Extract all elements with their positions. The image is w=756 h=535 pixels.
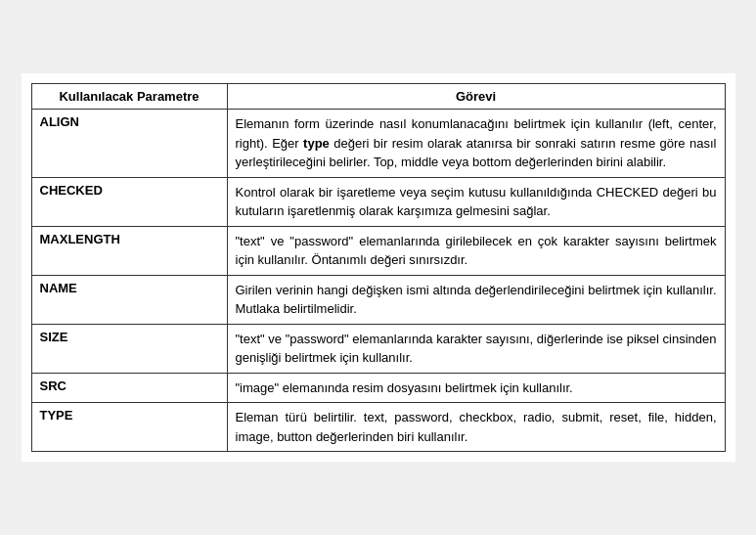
param-cell: NAME	[31, 275, 227, 324]
main-container: Kullanılacak Parametre Görevi ALIGNElema…	[22, 73, 735, 462]
table-row: SIZE"text" ve "password" elemanlarında k…	[31, 324, 725, 373]
table-row: TYPEEleman türü belirtilir. text, passwo…	[31, 403, 725, 452]
desc-cell: "text" ve "password" elemanlarında karak…	[227, 324, 725, 373]
desc-cell: Elemanın form üzerinde nasıl konumlanaca…	[227, 110, 725, 178]
desc-cell: "image" elemanında resim dosyasını belir…	[227, 373, 725, 403]
param-cell: MAXLENGTH	[31, 226, 227, 275]
table-row: CHECKEDKontrol olarak bir işaretleme vey…	[31, 177, 725, 226]
param-cell: CHECKED	[31, 177, 227, 226]
table-row: MAXLENGTH"text" ve "password" elemanları…	[31, 226, 725, 275]
param-cell: SIZE	[31, 324, 227, 373]
param-cell: SRC	[31, 373, 227, 403]
desc-cell: "text" ve "password" elemanlarında giril…	[227, 226, 725, 275]
table-row: NAMEGirilen verinin hangi değişken ismi …	[31, 275, 725, 324]
table-row: SRC"image" elemanında resim dosyasını be…	[31, 373, 725, 403]
col-header-param: Kullanılacak Parametre	[31, 84, 227, 110]
col-header-gorevi: Görevi	[227, 84, 725, 110]
desc-cell: Kontrol olarak bir işaretleme veya seçim…	[227, 177, 725, 226]
parameters-table: Kullanılacak Parametre Görevi ALIGNElema…	[31, 83, 726, 452]
desc-cell: Girilen verinin hangi değişken ismi altı…	[227, 275, 725, 324]
table-row: ALIGNElemanın form üzerinde nasıl konuml…	[31, 110, 725, 178]
param-cell: TYPE	[31, 403, 227, 452]
desc-cell: Eleman türü belirtilir. text, password, …	[227, 403, 725, 452]
param-cell: ALIGN	[31, 110, 227, 178]
